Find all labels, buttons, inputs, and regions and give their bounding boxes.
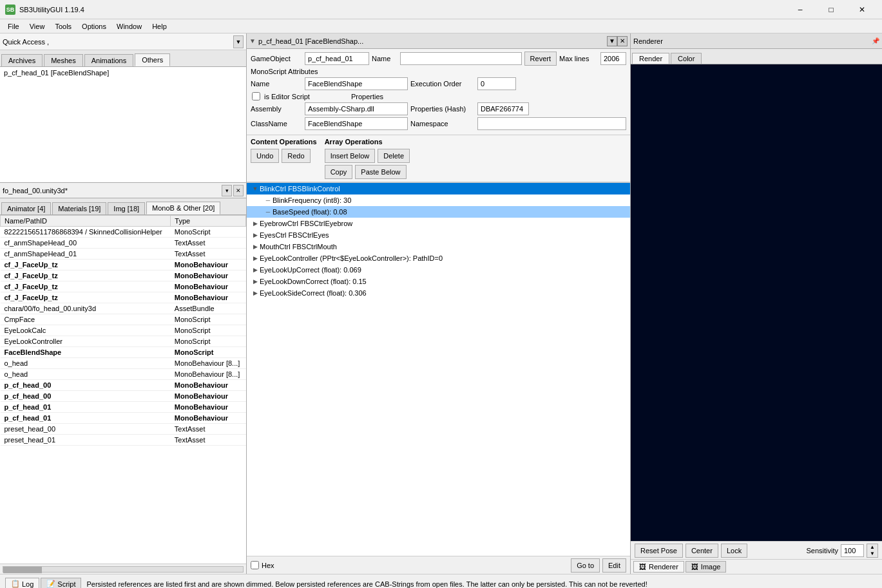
hex-checkbox[interactable] bbox=[251, 561, 259, 569]
paste-below-button[interactable]: Paste Below bbox=[355, 165, 406, 179]
name-input[interactable] bbox=[400, 52, 522, 65]
sensitivity-up[interactable]: ▲ bbox=[867, 544, 877, 551]
menu-view[interactable]: View bbox=[24, 21, 50, 32]
exec-order-input[interactable] bbox=[477, 77, 516, 90]
insert-below-button[interactable]: Insert Below bbox=[325, 149, 376, 163]
renderer-tab-bottom-renderer[interactable]: 🖼 Renderer bbox=[633, 561, 684, 573]
prop-hash-label: Properties (Hash) bbox=[410, 105, 475, 113]
delete-button[interactable]: Delete bbox=[378, 149, 410, 163]
tab-animations[interactable]: Animations bbox=[84, 54, 133, 66]
table-row[interactable]: cf_anmShapeHead_01TextAsset bbox=[1, 249, 246, 260]
editor-checkbox[interactable] bbox=[252, 92, 260, 100]
renderer-tab-color[interactable]: Color bbox=[671, 53, 702, 64]
table-row[interactable]: o_headMonoBehaviour [8...] bbox=[1, 369, 246, 380]
tab-meshes[interactable]: Meshes bbox=[44, 54, 83, 66]
reset-pose-button[interactable]: Reset Pose bbox=[635, 544, 683, 558]
maximize-button[interactable]: □ bbox=[816, 0, 846, 19]
tab-img[interactable]: Img [18] bbox=[108, 202, 145, 214]
namespace-input[interactable] bbox=[477, 117, 626, 130]
classname-input[interactable] bbox=[305, 117, 408, 130]
table-row[interactable]: preset_head_00TextAsset bbox=[1, 424, 246, 435]
hscroll-track[interactable] bbox=[3, 566, 244, 573]
renderer-tab-label: Renderer bbox=[649, 563, 678, 571]
tab-monob[interactable]: MonoB & Other [20] bbox=[146, 202, 220, 214]
menu-tools[interactable]: Tools bbox=[50, 21, 77, 32]
tree-item[interactable]: ▶ EyeLookDownCorrect (float): 0.15 bbox=[247, 276, 630, 287]
redo-button[interactable]: Redo bbox=[282, 149, 310, 163]
table-row[interactable]: cf_J_FaceUp_tzMonoBehaviour bbox=[1, 292, 246, 303]
tree-item[interactable]: ▶ EyeLookSideCorrect (float): 0.306 bbox=[247, 287, 630, 299]
tab-archives[interactable]: Archives bbox=[1, 54, 43, 66]
copy-button[interactable]: Copy bbox=[325, 165, 353, 179]
tree-item[interactable]: ▼ BlinkCtrl FBSBlinkControl bbox=[247, 183, 630, 194]
prop-hash-input[interactable] bbox=[477, 102, 529, 115]
tree-item-label: EyeLookDownCorrect (float): 0.15 bbox=[260, 278, 367, 285]
lock-button[interactable]: Lock bbox=[721, 544, 747, 558]
tab-materials[interactable]: Materials [19] bbox=[52, 202, 106, 214]
table-row[interactable]: EyeLookCalcMonoScript bbox=[1, 325, 246, 336]
tab-others[interactable]: Others bbox=[135, 53, 170, 66]
menu-file[interactable]: File bbox=[3, 21, 24, 32]
assembly-input[interactable] bbox=[305, 102, 408, 115]
table-row[interactable]: 822221565117868683​94 / SkinnedCollision… bbox=[1, 227, 246, 238]
table-row[interactable]: CmpFaceMonoScript bbox=[1, 314, 246, 325]
table-row[interactable]: cf_J_FaceUp_tzMonoBehaviour bbox=[1, 270, 246, 281]
close-button[interactable]: ✕ bbox=[847, 0, 877, 19]
menu-help[interactable]: Help bbox=[147, 21, 172, 32]
max-lines-input[interactable] bbox=[600, 52, 626, 65]
table-row[interactable]: p_cf_head_00MonoBehaviour bbox=[1, 391, 246, 402]
tree-expander: ▶ bbox=[251, 254, 260, 263]
menu-window[interactable]: Window bbox=[111, 21, 147, 32]
script-tab[interactable]: 📝 Script bbox=[41, 578, 81, 588]
inspector-minimize[interactable]: ▼ bbox=[607, 36, 617, 46]
table-row[interactable]: p_cf_head_01MonoBehaviour bbox=[1, 413, 246, 424]
name2-input[interactable] bbox=[305, 77, 408, 90]
tab-animator[interactable]: Animator [4] bbox=[1, 202, 51, 214]
table-row[interactable]: cf_J_FaceUp_tzMonoBehaviour bbox=[1, 281, 246, 292]
table-row[interactable]: EyeLookControllerMonoScript bbox=[1, 336, 246, 347]
quick-access-dropdown[interactable]: ▼ bbox=[233, 35, 244, 48]
table-row[interactable]: cf_J_FaceUp_tzMonoBehaviour bbox=[1, 260, 246, 270]
renderer-tab-render[interactable]: Render bbox=[632, 53, 669, 64]
table-row[interactable]: cf_anmShapeHead_00TextAsset bbox=[1, 238, 246, 249]
tree-item[interactable]: ─ BaseSpeed (float): 0.08 bbox=[247, 206, 630, 218]
log-tab[interactable]: 📋 Log bbox=[5, 578, 39, 588]
classname-label: ClassName bbox=[251, 120, 302, 128]
tree-item[interactable]: ▶ MouthCtrl FBSCtrlMouth bbox=[247, 241, 630, 252]
sensitivity-spinner[interactable]: ▲ ▼ bbox=[867, 544, 878, 558]
renderer-pin[interactable]: 📌 bbox=[872, 37, 879, 44]
gameobject-label: GameObject bbox=[251, 55, 302, 62]
revert-button[interactable]: Revert bbox=[524, 52, 557, 66]
sensitivity-down[interactable]: ▼ bbox=[867, 551, 877, 557]
center-button[interactable]: Center bbox=[685, 544, 718, 558]
table-row[interactable]: chara/00/fo_head_00.unity3dAssetBundle bbox=[1, 303, 246, 314]
go-to-button[interactable]: Go to bbox=[571, 558, 600, 573]
name2-label: Name bbox=[251, 80, 302, 88]
table-row[interactable]: p_cf_head_00MonoBehaviour bbox=[1, 380, 246, 391]
tree-item[interactable]: ▶ EyeLookUpCorrect (float): 0.069 bbox=[247, 264, 630, 276]
tree-item[interactable]: ▶ EyesCtrl FBSCtrlEyes bbox=[247, 229, 630, 241]
main-layout: Quick Access , ▼ Archives Meshes Animati… bbox=[0, 33, 882, 574]
left-tabs-row: Archives Meshes Animations Others bbox=[0, 50, 246, 67]
undo-button[interactable]: Undo bbox=[251, 149, 279, 163]
tree-item[interactable]: ▶ EyebrowCtrl FBSCtrlEyebrow bbox=[247, 218, 630, 229]
gameobject-input[interactable] bbox=[305, 52, 369, 65]
edit-button[interactable]: Edit bbox=[602, 558, 626, 573]
minimize-button[interactable]: – bbox=[785, 0, 815, 19]
tree-item[interactable]: ▶ EyeLookController (PPtr<$EyeLookContro… bbox=[247, 252, 630, 264]
table-row[interactable]: p_cf_head_01MonoBehaviour bbox=[1, 402, 246, 413]
sensitivity-input[interactable] bbox=[841, 544, 864, 557]
hscroll-thumb[interactable] bbox=[3, 567, 42, 573]
image-tab-label: Image bbox=[701, 563, 721, 571]
bottom-pane-close[interactable]: ✕ bbox=[233, 185, 244, 196]
menu-options[interactable]: Options bbox=[77, 21, 111, 32]
renderer-tab-bottom-image[interactable]: 🖼 Image bbox=[685, 561, 727, 573]
bottom-pane-minimize[interactable]: ▾ bbox=[222, 185, 232, 196]
table-row[interactable]: preset_head_01TextAsset bbox=[1, 435, 246, 446]
hscroll-bar[interactable] bbox=[0, 564, 246, 574]
table-row[interactable]: o_headMonoBehaviour [8...] bbox=[1, 358, 246, 369]
top-pane-item[interactable]: p_cf_head_01 [FaceBlendShape] bbox=[1, 68, 245, 77]
inspector-close[interactable]: ✕ bbox=[617, 36, 628, 46]
tree-item[interactable]: ─ BlinkFrequency (int8): 30 bbox=[247, 194, 630, 206]
table-row[interactable]: FaceBlendShapeMonoScript bbox=[1, 347, 246, 358]
